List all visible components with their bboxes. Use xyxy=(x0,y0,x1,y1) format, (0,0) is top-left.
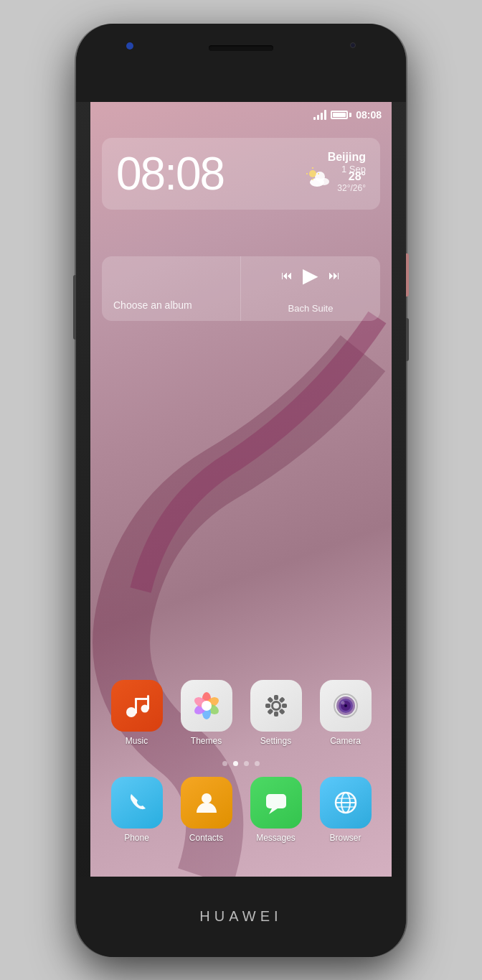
camera-app-icon[interactable] xyxy=(320,680,372,732)
svg-rect-24 xyxy=(282,704,287,708)
music-app-label: Music xyxy=(126,736,148,746)
music-next-button[interactable]: ⏭ xyxy=(329,269,340,282)
svg-point-2 xyxy=(319,178,329,185)
dock: Phone Contacts xyxy=(102,777,380,856)
page-dot-3[interactable] xyxy=(255,761,260,766)
settings-app-label: Settings xyxy=(260,736,291,746)
signal-icon xyxy=(313,110,326,120)
signal-bar-3 xyxy=(321,113,323,120)
partly-cloudy-icon xyxy=(306,167,331,192)
settings-app-icon[interactable] xyxy=(250,680,302,732)
front-camera-icon xyxy=(126,42,133,50)
clock-time: 08:08 xyxy=(116,148,224,200)
battery-fill xyxy=(333,113,346,117)
power-button[interactable] xyxy=(406,318,409,361)
dock-row: Phone Contacts xyxy=(102,777,380,843)
music-controls-section[interactable]: ⏮ ▶ ⏭ Bach Suite xyxy=(241,256,380,321)
speaker-grille xyxy=(209,45,273,51)
svg-rect-10 xyxy=(135,698,137,714)
svg-point-19 xyxy=(202,701,212,711)
svg-rect-26 xyxy=(274,711,278,717)
app-music[interactable]: Music xyxy=(106,680,167,746)
music-note-icon xyxy=(122,691,152,721)
volume-button[interactable] xyxy=(406,253,409,297)
messages-app-label: Messages xyxy=(256,833,296,843)
svg-rect-11 xyxy=(147,695,149,709)
svg-rect-37 xyxy=(266,794,286,808)
weather-temps: 28° 32°/26° xyxy=(337,170,366,193)
svg-point-8 xyxy=(126,707,136,717)
page-dot-2[interactable] xyxy=(244,761,249,766)
battery-icon xyxy=(331,111,351,119)
svg-point-3 xyxy=(309,170,316,177)
proximity-sensor xyxy=(350,42,356,48)
phone-app-label: Phone xyxy=(124,833,149,843)
background-swirl xyxy=(90,102,392,876)
app-grid: Music xyxy=(102,680,380,752)
battery-tip xyxy=(349,113,351,117)
screen-wrapper: 08:08 08:08 Beijing 1 Sep xyxy=(90,102,392,876)
app-contacts[interactable]: Contacts xyxy=(176,777,237,843)
weather-widget: 28° 32°/26° xyxy=(306,167,366,197)
camera-app-label: Camera xyxy=(330,736,361,746)
signal-bar-4 xyxy=(324,110,326,120)
themes-app-label: Themes xyxy=(191,736,222,746)
svg-rect-28 xyxy=(265,704,270,708)
app-phone[interactable]: Phone xyxy=(106,777,167,843)
app-camera[interactable]: Camera xyxy=(315,680,376,746)
browser-app-label: Browser xyxy=(329,833,361,843)
app-browser[interactable]: Browser xyxy=(315,777,376,843)
phone-screen: 08:08 08:08 Beijing 1 Sep xyxy=(90,102,392,876)
svg-point-36 xyxy=(202,793,212,803)
music-track-name: Bach Suite xyxy=(288,303,334,314)
app-settings[interactable]: Settings xyxy=(245,680,306,746)
phone-top-bezel xyxy=(76,24,406,103)
svg-point-21 xyxy=(273,703,279,709)
phone-handset-icon xyxy=(123,788,151,817)
weather-range: 32°/26° xyxy=(337,183,366,193)
themes-app-icon[interactable] xyxy=(181,680,232,732)
contacts-app-label: Contacts xyxy=(189,833,223,843)
weather-icon xyxy=(306,167,331,197)
contacts-app-icon[interactable] xyxy=(181,777,232,829)
camera-lens-icon xyxy=(329,689,362,722)
clock-city: Beijing xyxy=(328,151,366,164)
app-messages[interactable]: Messages xyxy=(245,777,306,843)
status-bar: 08:08 xyxy=(90,102,392,128)
music-prev-button[interactable]: ⏮ xyxy=(281,269,293,282)
chat-bubble-icon xyxy=(262,788,290,817)
clock-widget[interactable]: 08:08 Beijing 1 Sep xyxy=(102,138,380,210)
messages-app-icon[interactable] xyxy=(250,777,302,829)
svg-point-34 xyxy=(341,701,344,705)
volume-down-button[interactable] xyxy=(73,275,76,340)
music-play-button[interactable]: ▶ xyxy=(303,263,318,287)
svg-point-35 xyxy=(344,704,347,707)
themes-flower-icon xyxy=(189,689,224,723)
music-playback-controls[interactable]: ⏮ ▶ ⏭ xyxy=(281,263,340,287)
status-time: 08:08 xyxy=(356,109,382,121)
settings-gear-icon xyxy=(260,689,293,722)
browser-app-icon[interactable] xyxy=(320,777,372,829)
phone-bottom-bezel: HUAWEI xyxy=(76,877,406,957)
svg-rect-22 xyxy=(274,695,278,700)
brand-name: HUAWEI xyxy=(199,908,282,925)
person-icon xyxy=(192,788,221,817)
page-dot-0[interactable] xyxy=(222,761,227,766)
music-widget[interactable]: Choose an album ⏮ ▶ ⏭ Bach Suite xyxy=(102,256,380,321)
signal-bar-2 xyxy=(317,115,319,120)
globe-icon xyxy=(331,788,361,818)
app-themes[interactable]: Themes xyxy=(176,680,237,746)
music-album-label: Choose an album xyxy=(113,299,192,311)
signal-bar-1 xyxy=(313,117,316,120)
svg-rect-12 xyxy=(135,698,149,700)
phone-app-icon[interactable] xyxy=(111,777,163,829)
phone-device: 08:08 08:08 Beijing 1 Sep xyxy=(76,24,406,957)
app-row-1: Music xyxy=(102,680,380,746)
page-dot-1[interactable] xyxy=(233,761,238,766)
page-indicator xyxy=(90,761,392,766)
music-app-icon[interactable] xyxy=(111,680,163,732)
status-icons: 08:08 xyxy=(313,109,382,121)
music-album-section[interactable]: Choose an album xyxy=(102,256,241,321)
weather-current-temp: 28° xyxy=(337,170,366,183)
battery-body xyxy=(331,111,348,119)
